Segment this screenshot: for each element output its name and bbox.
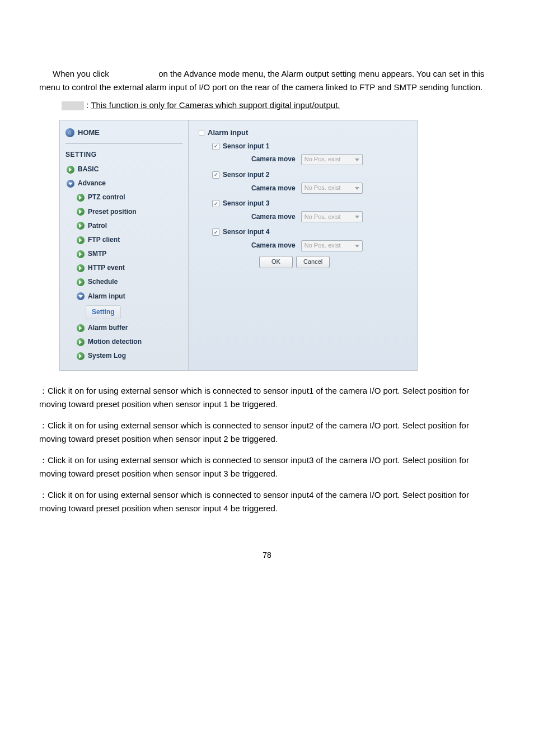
nav-basic-label: BASIC	[78, 164, 99, 175]
camera-move-1-label: Camera move	[251, 154, 296, 165]
sensor2-description: ：Click it on for using external sensor w…	[39, 419, 495, 446]
sensor-4-checkbox[interactable]: ✓	[212, 228, 219, 236]
nav-ftp-client[interactable]: FTP client	[65, 233, 182, 247]
camera-move-3-row: Camera move No Pos. exist	[251, 211, 407, 222]
screenshot-container: ⌂ HOME SETTING BASIC Advance PTZ control…	[59, 120, 495, 371]
arrow-down-icon	[67, 180, 74, 188]
setting-section-label: SETTING	[65, 150, 182, 160]
home-label: HOME	[78, 127, 100, 139]
square-bullet-icon	[199, 130, 204, 136]
button-row: OK Cancel	[259, 256, 407, 268]
nav-advance[interactable]: Advance	[65, 176, 182, 190]
nav-patrol-label: Patrol	[88, 221, 107, 231]
nav-setting-button[interactable]: Setting	[86, 305, 121, 319]
camera-move-1-row: Camera move No Pos. exist	[251, 154, 407, 165]
nav-system-log[interactable]: System Log	[65, 349, 182, 363]
nav-smtp[interactable]: SMTP	[65, 247, 182, 261]
sensor-1-label: Sensor input 1	[223, 141, 269, 152]
nav-preset-position[interactable]: Preset position	[65, 205, 182, 219]
camera-move-2-label: Camera move	[251, 183, 296, 194]
nav-alarm-buffer-label: Alarm buffer	[88, 323, 128, 333]
sensor-input-4-row: ✓ Sensor input 4	[212, 227, 407, 237]
content-title-row: Alarm input	[199, 127, 407, 139]
nav-schedule[interactable]: Schedule	[65, 275, 182, 289]
sensor-input-1-row: ✓ Sensor input 1	[212, 141, 407, 152]
arrow-right-icon	[77, 208, 85, 216]
nav-patrol[interactable]: Patrol	[65, 219, 182, 233]
cancel-button[interactable]: Cancel	[296, 256, 330, 268]
sensor4-description: ：Click it on for using external sensor w…	[39, 488, 495, 515]
arrow-right-icon	[77, 222, 85, 230]
nav-motion-detection[interactable]: Motion detection	[65, 335, 182, 349]
arrow-right-icon	[77, 250, 85, 258]
note-gray-box	[62, 101, 84, 110]
arrow-right-icon	[77, 264, 85, 272]
nav-motion-label: Motion detection	[88, 337, 142, 347]
screenshot-panel: ⌂ HOME SETTING BASIC Advance PTZ control…	[59, 120, 418, 371]
nav-basic[interactable]: BASIC	[65, 162, 182, 176]
camera-move-3-dropdown[interactable]: No Pos. exist	[301, 211, 363, 222]
home-link[interactable]: ⌂ HOME	[65, 127, 182, 144]
sensor1-description: ：Click it on for using external sensor w…	[39, 384, 495, 411]
sensor-input-2-row: ✓ Sensor input 2	[212, 170, 407, 180]
nav-http-event[interactable]: HTTP event	[65, 261, 182, 275]
sensor-2-checkbox[interactable]: ✓	[212, 171, 219, 179]
nav-ptz-label: PTZ control	[88, 192, 125, 203]
sensor-4-label: Sensor input 4	[223, 227, 269, 237]
arrow-right-icon	[77, 278, 85, 286]
nav-alarm-buffer[interactable]: Alarm buffer	[65, 321, 182, 335]
camera-move-2-dropdown[interactable]: No Pos. exist	[301, 183, 363, 194]
nav-syslog-label: System Log	[88, 351, 126, 361]
arrow-right-icon	[77, 194, 85, 202]
nav-preset-label: Preset position	[88, 207, 137, 217]
nav-smtp-label: SMTP	[88, 249, 106, 259]
sensor-1-checkbox[interactable]: ✓	[212, 143, 219, 150]
sensor-input-3-row: ✓ Sensor input 3	[212, 198, 407, 209]
nav-ftp-label: FTP client	[88, 235, 120, 245]
intro-text-a: When you click	[53, 69, 111, 78]
arrow-right-icon	[77, 324, 85, 332]
sensor3-description: ：Click it on for using external sensor w…	[39, 454, 495, 480]
nav-schedule-label: Schedule	[88, 277, 118, 287]
nav-alarm-input-label: Alarm input	[88, 291, 125, 302]
arrow-right-icon	[67, 166, 74, 174]
sensor-3-label: Sensor input 3	[223, 198, 269, 209]
sidebar: ⌂ HOME SETTING BASIC Advance PTZ control…	[60, 120, 189, 370]
content-panel: Alarm input ✓ Sensor input 1 Camera move…	[189, 120, 417, 370]
note-row: : This function is only for Cameras whic…	[62, 99, 495, 112]
arrow-right-icon	[77, 236, 85, 244]
arrow-right-icon	[77, 352, 85, 360]
nav-ptz-control[interactable]: PTZ control	[65, 190, 182, 204]
camera-move-2-row: Camera move No Pos. exist	[251, 183, 407, 194]
camera-move-1-dropdown[interactable]: No Pos. exist	[301, 154, 363, 165]
camera-move-4-dropdown[interactable]: No Pos. exist	[301, 240, 363, 251]
arrow-right-icon	[77, 338, 85, 346]
camera-move-4-label: Camera move	[251, 240, 296, 251]
ok-button[interactable]: OK	[259, 256, 293, 268]
home-icon: ⌂	[65, 128, 74, 137]
page-number: 78	[39, 549, 495, 561]
nav-http-label: HTTP event	[88, 263, 125, 273]
camera-move-4-row: Camera move No Pos. exist	[251, 240, 407, 251]
camera-move-3-label: Camera move	[251, 212, 296, 222]
nav-advance-label: Advance	[78, 178, 106, 189]
nav-alarm-input[interactable]: Alarm input	[65, 290, 182, 304]
content-title: Alarm input	[208, 127, 248, 139]
sensor-3-checkbox[interactable]: ✓	[212, 200, 219, 207]
arrow-down-icon	[77, 292, 85, 300]
sensor-2-label: Sensor input 2	[223, 170, 269, 180]
note-text: This function is only for Cameras which …	[91, 100, 340, 110]
intro-paragraph: When you click on the Advance mode menu,…	[39, 67, 495, 94]
